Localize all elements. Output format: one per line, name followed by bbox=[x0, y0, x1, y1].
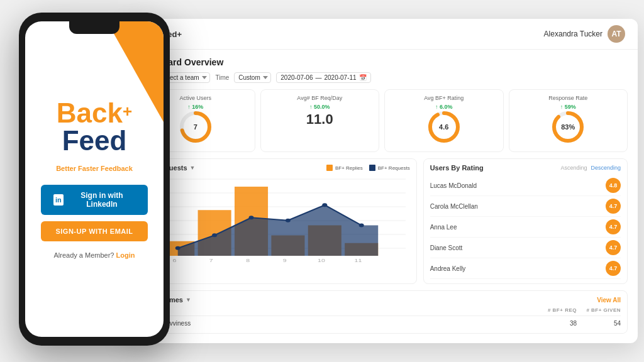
phone-notch bbox=[69, 21, 119, 34]
logo-feed: Feed bbox=[57, 127, 132, 155]
svg-text:9: 9 bbox=[283, 257, 287, 262]
themes-row: Digital Savviness 38 54 bbox=[143, 319, 621, 328]
legend-color-replies bbox=[326, 165, 333, 171]
donut-value: 4.6 bbox=[439, 123, 448, 131]
user-name: Carola McClellan bbox=[430, 203, 478, 210]
themes-dropdown-icon[interactable]: ▼ bbox=[186, 297, 191, 303]
time-label: Time bbox=[215, 74, 229, 81]
kpi-label: Avg# BF Req/Day bbox=[267, 95, 373, 101]
svg-text:7: 7 bbox=[209, 257, 213, 262]
user-rating-badge: 4.7 bbox=[606, 261, 621, 276]
svg-text:10: 10 bbox=[318, 257, 325, 262]
linkedin-button-label: Sign in with LinkedIn bbox=[69, 191, 135, 209]
kpi-label: Response Rate bbox=[516, 95, 621, 101]
kpi-avg-rating: Avg BF+ Rating ↑ 6.0% 4.6 bbox=[384, 89, 504, 152]
user-name: Lucas McDonald bbox=[430, 182, 477, 189]
member-text: Already a Member? Login bbox=[54, 251, 135, 259]
filters-row: Team Select a team Time Custom 2020-07-0… bbox=[136, 72, 628, 83]
time-select[interactable]: Custom bbox=[234, 72, 271, 83]
legend-replies: BF+ Replies bbox=[326, 165, 363, 171]
sort-descending[interactable]: Descending bbox=[591, 165, 621, 171]
overview-title: Dashboard Overview bbox=[136, 57, 628, 67]
user-rating-badge: 4.7 bbox=[606, 240, 621, 255]
col-title-header: TITLE bbox=[143, 307, 533, 313]
svg-text:6: 6 bbox=[172, 257, 176, 262]
themes-table-header: TITLE # BF+ REQ # BF+ GIVEN bbox=[143, 307, 621, 316]
main-content-row: BF+Requests ▼ BF+ Replies BF+ Requests bbox=[136, 158, 628, 284]
users-section: Users By Rating Ascending Descending Luc… bbox=[423, 158, 628, 284]
theme-req: 38 bbox=[533, 320, 577, 327]
email-signup-button[interactable]: SIGN-UP WITH EMAIL bbox=[41, 221, 148, 241]
svg-point-29 bbox=[286, 219, 291, 222]
login-link[interactable]: Login bbox=[116, 251, 135, 259]
kpi-row: Active Users ↑ 16% 7 Avg# BF Req/Day ↑ 5… bbox=[136, 89, 628, 152]
col-req-header: # BF+ REQ bbox=[533, 307, 577, 313]
svg-point-28 bbox=[249, 216, 254, 219]
view-all-link[interactable]: View All bbox=[597, 297, 621, 304]
kpi-avg-req: Avg# BF Req/Day ↑ 50.0% 11.0 bbox=[260, 89, 380, 152]
donut-rating: 4.6 bbox=[427, 110, 461, 144]
kpi-response-rate: Response Rate ↑ 59% 83% bbox=[509, 89, 628, 152]
donut-active-users: 7 bbox=[179, 110, 213, 144]
svg-point-31 bbox=[359, 224, 364, 228]
kpi-change: ↑ 6.0% bbox=[391, 104, 497, 110]
kpi-change: ↑ 50.0% bbox=[267, 104, 373, 110]
phone-screen: Back + Feed Better Faster Feedback in Si… bbox=[25, 21, 164, 337]
logo-back: Back bbox=[57, 99, 123, 127]
kpi-label: Avg BF+ Rating bbox=[391, 95, 497, 101]
donut-value: 83% bbox=[561, 123, 575, 131]
svg-marker-25 bbox=[161, 205, 378, 256]
chart-section: BF+Requests ▼ BF+ Replies BF+ Requests bbox=[136, 158, 417, 284]
user-name: Alexandra Tucker bbox=[544, 30, 602, 38]
user-avatar: AT bbox=[608, 25, 625, 43]
dashboard-panel: BackFeed+ Alexandra Tucker AT Dashboard … bbox=[126, 19, 638, 343]
user-name: Diane Scott bbox=[430, 244, 463, 251]
users-header: Users By Rating Ascending Descending bbox=[430, 164, 621, 172]
user-rating-badge: 4.8 bbox=[606, 178, 621, 193]
calendar-icon: 📅 bbox=[359, 74, 367, 81]
legend-requests: BF+ Requests bbox=[369, 165, 410, 171]
date-range[interactable]: 2020-07-06 — 2020-07-11 📅 bbox=[276, 72, 370, 83]
chart-dropdown-icon[interactable]: ▼ bbox=[190, 165, 196, 171]
logo-plus: + bbox=[123, 102, 132, 121]
phone-mockup: Back + Feed Better Faster Feedback in Si… bbox=[19, 13, 170, 346]
svg-point-26 bbox=[175, 246, 180, 250]
user-row: Diane Scott 4.7 bbox=[430, 238, 621, 258]
svg-text:11: 11 bbox=[354, 257, 362, 262]
kpi-value: 11.0 bbox=[267, 111, 373, 128]
chart-legend: BF+ Replies BF+ Requests bbox=[326, 165, 410, 171]
theme-title: Digital Savviness bbox=[143, 320, 533, 327]
date-from: 2020-07-06 bbox=[280, 74, 313, 81]
themes-section: Top Themes ▼ View All TITLE # BF+ REQ # … bbox=[136, 290, 628, 334]
sort-options: Ascending Descending bbox=[560, 165, 621, 171]
chart-header: BF+Requests ▼ BF+ Replies BF+ Requests bbox=[143, 164, 410, 172]
phone-frame: Back + Feed Better Faster Feedback in Si… bbox=[19, 13, 170, 346]
dashboard-body: Dashboard Overview Team Select a team Ti… bbox=[126, 50, 638, 343]
linkedin-signin-button[interactable]: in Sign in with LinkedIn bbox=[41, 185, 148, 215]
theme-given: 54 bbox=[577, 320, 621, 327]
svg-text:8: 8 bbox=[246, 257, 250, 262]
kpi-change: ↑ 59% bbox=[516, 104, 621, 110]
dashboard-header: BackFeed+ Alexandra Tucker AT bbox=[126, 19, 638, 50]
tagline: Better Faster Feedback bbox=[56, 165, 133, 172]
users-title: Users By Rating bbox=[430, 164, 484, 172]
donut-value: 7 bbox=[194, 123, 197, 131]
donut-response: 83% bbox=[551, 110, 585, 144]
user-row: Anna Lee 4.7 bbox=[430, 217, 621, 238]
themes-header: Top Themes ▼ View All bbox=[143, 296, 621, 304]
sort-ascending[interactable]: Ascending bbox=[560, 165, 587, 171]
chart-area: 30 25 20 15 10 5 0 bbox=[143, 174, 410, 262]
user-name: Anna Lee bbox=[430, 224, 457, 231]
user-rating-badge: 4.7 bbox=[606, 199, 621, 214]
svg-point-30 bbox=[322, 203, 327, 207]
linkedin-icon: in bbox=[53, 194, 64, 206]
user-row: Carola McClellan 4.7 bbox=[430, 196, 621, 217]
user-name: Andrea Kelly bbox=[430, 265, 466, 272]
col-given-header: # BF+ GIVEN bbox=[577, 307, 621, 313]
user-info: Alexandra Tucker AT bbox=[544, 25, 625, 43]
user-row: Lucas McDonald 4.8 bbox=[430, 175, 621, 196]
legend-color-requests bbox=[369, 165, 375, 171]
date-to: 2020-07-11 bbox=[324, 74, 356, 81]
app-logo: Back + Feed bbox=[57, 99, 132, 155]
legend-label-replies: BF+ Replies bbox=[335, 165, 363, 171]
